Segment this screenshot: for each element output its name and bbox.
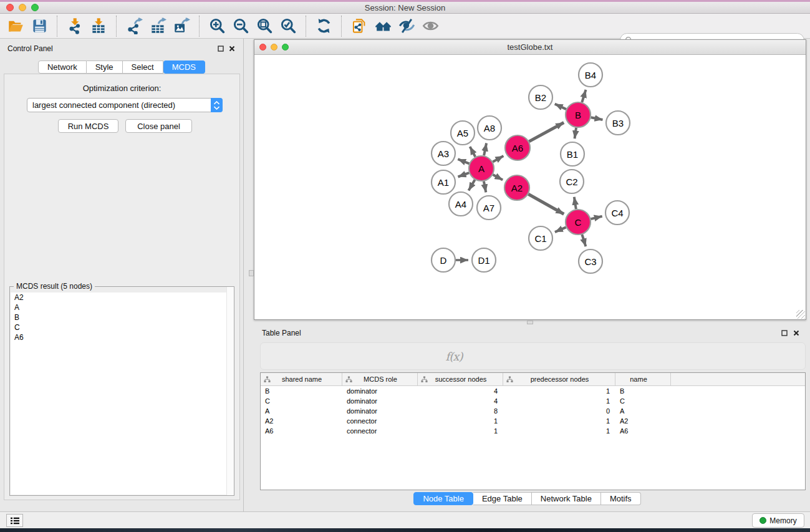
zoom-fit-button[interactable]	[253, 15, 276, 37]
mcds-result-list[interactable]: A2ABCA6	[11, 293, 233, 495]
graph-node-B3[interactable]: B3	[606, 111, 630, 135]
graph-edge-A-A4[interactable]	[469, 180, 475, 190]
column-header-name[interactable]: name	[615, 373, 671, 385]
close-panel-icon[interactable]	[228, 45, 236, 52]
table-row[interactable]: Adominator80A	[261, 406, 805, 416]
clone-network-button[interactable]	[347, 15, 371, 37]
run-mcds-button[interactable]: Run MCDS	[58, 119, 118, 133]
graph-node-C3[interactable]: C3	[579, 249, 602, 273]
memory-button[interactable]: Memory	[752, 513, 804, 528]
column-header-shared-name[interactable]: shared name	[261, 373, 342, 385]
save-button[interactable]	[27, 15, 51, 37]
close-table-panel-icon[interactable]	[793, 329, 800, 337]
settings-button[interactable]	[267, 348, 283, 364]
criterion-select[interactable]: largest connected component (directed)	[27, 98, 223, 112]
graphics-details-button[interactable]	[395, 15, 418, 37]
float-panel-icon[interactable]	[217, 45, 224, 52]
graph-node-A[interactable]: A	[469, 156, 494, 181]
tab-mcds[interactable]: MCDS	[163, 60, 205, 74]
tab-style[interactable]: Style	[87, 60, 123, 74]
graph-edge-A-A2[interactable]	[493, 175, 503, 180]
graph-edge-C-C4[interactable]	[591, 216, 602, 219]
graph-node-B4[interactable]: B4	[579, 63, 602, 87]
graph-edge-A6-B[interactable]	[529, 123, 564, 142]
graph-node-A1[interactable]: A1	[432, 170, 455, 194]
split-view-button[interactable]	[292, 348, 309, 364]
graph-edge-A-A7[interactable]	[484, 181, 486, 193]
delete-table-button[interactable]	[420, 348, 436, 364]
open-button[interactable]	[4, 15, 27, 37]
import-table-button[interactable]	[87, 15, 110, 37]
close-panel-button[interactable]: Close panel	[125, 119, 192, 133]
graph-edge-A-A5[interactable]	[470, 147, 476, 157]
graph-edge-A-A3[interactable]	[458, 159, 469, 163]
graph-node-A8[interactable]: A8	[478, 116, 501, 140]
result-list-item[interactable]: A2	[11, 293, 233, 302]
tab-network-table[interactable]: Network Table	[532, 492, 601, 505]
vertical-splitter-handle[interactable]	[249, 270, 254, 276]
graph-node-A7[interactable]: A7	[477, 196, 501, 220]
graph-node-A3[interactable]: A3	[432, 142, 455, 165]
add-button[interactable]	[369, 348, 385, 364]
node-table[interactable]: shared nameMCDS rolesuccessor nodesprede…	[260, 372, 806, 490]
graph-node-C2[interactable]: C2	[560, 170, 584, 193]
result-list-item[interactable]: A6	[11, 332, 233, 342]
graph-node-A2[interactable]: A2	[504, 175, 529, 200]
graph-edge-B-B4[interactable]	[582, 90, 586, 102]
export-network-button[interactable]	[122, 15, 146, 37]
result-list-item[interactable]: A	[11, 302, 233, 312]
network-canvas[interactable]: AA1A2A3A4A5A6A7A8BB1B2B3B4CC1C2C3C4DD1	[254, 55, 806, 319]
graph-edge-C-C1[interactable]	[555, 227, 566, 232]
graph-node-A4[interactable]: A4	[449, 192, 473, 216]
import-network-button[interactable]	[63, 15, 87, 37]
column-header-MCDS-role[interactable]: MCDS role	[342, 373, 418, 385]
export-table-button[interactable]	[146, 15, 170, 37]
graph-edge-A-A6[interactable]	[493, 156, 503, 162]
graph-edge-B-B1[interactable]	[575, 128, 577, 139]
tab-network[interactable]: Network	[38, 60, 87, 74]
graph-node-D[interactable]: D	[432, 248, 455, 272]
table-row[interactable]: Cdominator41C	[261, 396, 805, 406]
graph-node-D1[interactable]: D1	[472, 248, 496, 272]
graph-node-C[interactable]: C	[566, 210, 591, 235]
graph-node-C1[interactable]: C1	[529, 226, 552, 250]
table-row[interactable]: A2connector11A2	[261, 416, 805, 426]
graph-edge-C-C3[interactable]	[582, 235, 586, 246]
graph-node-A5[interactable]: A5	[451, 121, 475, 145]
graph-edge-C-C2[interactable]	[574, 197, 576, 210]
zoom-selected-button[interactable]	[276, 15, 300, 37]
float-table-panel-icon[interactable]	[781, 329, 788, 337]
graph-edge-A-A8[interactable]	[484, 143, 486, 156]
column-header-successor-nodes[interactable]: successor nodes	[418, 373, 503, 385]
tab-edge-table[interactable]: Edge Table	[473, 492, 532, 505]
graph-node-B[interactable]: B	[566, 102, 591, 127]
graph-node-A6[interactable]: A6	[505, 135, 530, 160]
eye-button[interactable]	[418, 15, 442, 37]
table-row[interactable]: A6connector11A6	[261, 426, 805, 436]
graph-node-B2[interactable]: B2	[529, 85, 552, 109]
result-list-item[interactable]: B	[11, 312, 233, 322]
result-scrollbar[interactable]	[226, 287, 234, 495]
graph-edge-B-B3[interactable]	[591, 117, 603, 120]
refresh-button[interactable]	[312, 15, 335, 37]
deselect-all-button[interactable]	[344, 348, 360, 364]
zoom-out-button[interactable]	[229, 15, 253, 37]
tab-node-table[interactable]: Node Table	[413, 492, 473, 505]
graph-node-C4[interactable]: C4	[605, 201, 629, 225]
zoom-in-button[interactable]	[205, 15, 229, 37]
function-button[interactable]: f(x)	[446, 348, 462, 364]
graph-edge-A-A1[interactable]	[458, 173, 470, 177]
graph-edge-A2-C[interactable]	[528, 194, 564, 214]
resize-grip-icon[interactable]	[796, 310, 805, 319]
tab-select[interactable]: Select	[123, 60, 163, 74]
graph-node-B1[interactable]: B1	[561, 142, 584, 166]
graph-edge-B-B2[interactable]	[555, 104, 566, 110]
task-history-button[interactable]	[6, 514, 23, 527]
home-button[interactable]	[371, 15, 395, 37]
select-all-button[interactable]	[318, 348, 334, 364]
network-window-titlebar[interactable]: testGlobe.txt	[254, 40, 806, 55]
tab-motifs[interactable]: Motifs	[601, 492, 641, 505]
delete-button[interactable]	[395, 348, 411, 364]
result-list-item[interactable]: C	[11, 322, 233, 332]
column-header-predecessor-nodes[interactable]: predecessor nodes	[503, 373, 615, 385]
